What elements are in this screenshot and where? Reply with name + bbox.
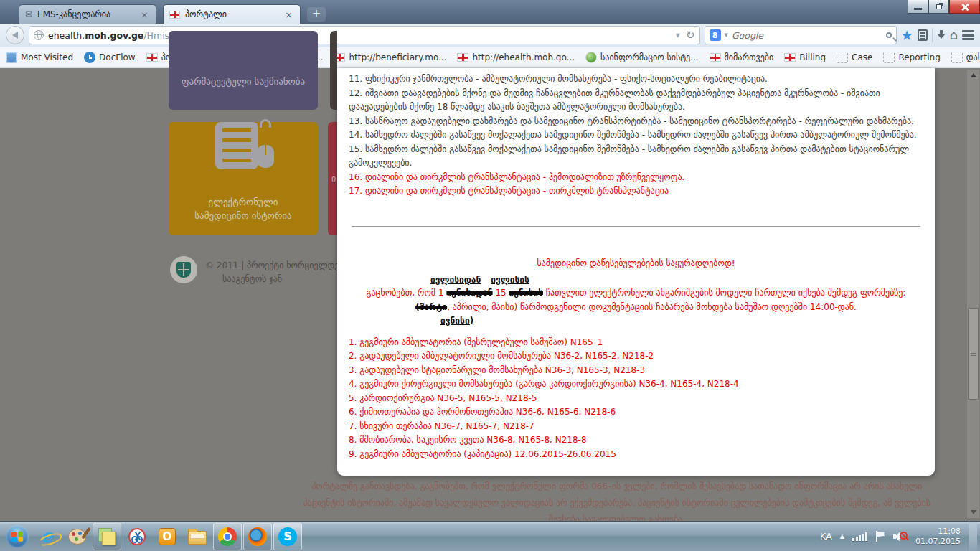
taskbar-paint-button[interactable] bbox=[62, 523, 91, 550]
tile-pharmacy[interactable]: ფარმაცევტული საქმიანობა bbox=[169, 31, 318, 110]
show-desktop-button[interactable] bbox=[969, 522, 977, 551]
taskbar-clock[interactable]: 11:08 01.07.2015 bbox=[915, 527, 961, 547]
tile-partial-dark[interactable] bbox=[330, 31, 337, 110]
snipping-tool-icon bbox=[128, 528, 146, 545]
menu-icon[interactable] bbox=[962, 30, 974, 40]
tab-portal[interactable]: პორტალი × bbox=[163, 4, 301, 24]
bookmark-star-icon[interactable]: ★ bbox=[901, 27, 913, 43]
bookmark-infosystem[interactable]: საინფორმაციო სისტე... bbox=[585, 52, 699, 63]
agency-logo bbox=[170, 256, 197, 283]
outlook-icon: O bbox=[159, 528, 176, 545]
bookmark-most-visited[interactable]: Most Visited bbox=[6, 52, 73, 63]
close-icon bbox=[961, 3, 969, 11]
scroll-up-arrow[interactable] bbox=[967, 70, 979, 81]
page-scrollbar[interactable] bbox=[967, 70, 979, 518]
notice-paragraph: გაცნობებთ, რომ 1 ივნისიდან 15 ივნისის ჩა… bbox=[349, 286, 923, 314]
georgia-flag-icon bbox=[457, 53, 468, 62]
bookmarks-bar: Most Visited DocFlow პორტალი სოციალური მ… bbox=[0, 47, 980, 68]
engine-dropdown-icon[interactable]: ▼ bbox=[725, 32, 728, 38]
taskbar-sticky-notes-button[interactable] bbox=[93, 523, 121, 550]
program-list: 11. ფსიქიკური ჯანმრთელობა - ამბულატორიულ… bbox=[349, 72, 923, 199]
browser-titlebar: ✉ EMS-კანცელარია × პორტალი × + bbox=[0, 0, 980, 24]
reload-icon[interactable]: ↻ bbox=[686, 29, 695, 42]
back-arrow-icon bbox=[12, 32, 18, 39]
internet-explorer-icon: e bbox=[41, 528, 53, 545]
tile-label: ელექტრონული სამედიცინო ისტორია bbox=[182, 195, 304, 222]
list-item: 14. სამხედრო ძალებში გასაწვევ მოქალაქეთა… bbox=[349, 128, 923, 143]
list-item: 7. სხივური თერაპია N36-7, N165-7, N218-7 bbox=[349, 420, 923, 434]
search-bar[interactable]: 8 ▼ bbox=[705, 26, 897, 44]
bookmark-attendance[interactable]: დასწრების კონტრო... bbox=[951, 52, 980, 63]
struck-text: (მარტი bbox=[415, 302, 447, 312]
scrollbar-thumb[interactable] bbox=[968, 308, 979, 400]
list-item: 15. სამხედრო ძალებში გასაწვევ მოქალაქეთა… bbox=[349, 143, 923, 171]
form-list: 1. გეგმიური ამბულატორია (შესრულებული სამ… bbox=[349, 336, 923, 462]
georgia-flag-icon bbox=[169, 11, 180, 19]
back-button[interactable] bbox=[6, 26, 24, 44]
skype-icon: S bbox=[278, 527, 297, 546]
home-icon[interactable]: ⌂ bbox=[950, 30, 958, 40]
taskbar-outlook-button[interactable]: O bbox=[153, 523, 182, 550]
search-icon[interactable] bbox=[886, 32, 892, 38]
downloads-icon[interactable] bbox=[937, 30, 946, 40]
paint-icon bbox=[68, 529, 86, 545]
network-icon[interactable] bbox=[852, 532, 867, 541]
volume-muted-icon[interactable] bbox=[893, 530, 908, 543]
correction-inserts: ივლისიდანივლისის bbox=[430, 275, 923, 285]
tile-ehr[interactable]: ელექტრონული სამედიცინო ისტორია bbox=[169, 122, 318, 235]
taskbar: e O S KA ▲ 11:08 01.07.2015 bbox=[0, 521, 980, 551]
tray-date: 01.07.2015 bbox=[915, 537, 961, 547]
search-input[interactable] bbox=[732, 30, 882, 41]
page-viewport: ფარმაცევტული საქმიანობა ელექტრონული სამე… bbox=[0, 68, 980, 521]
green-globe-icon bbox=[585, 52, 597, 63]
close-button[interactable] bbox=[949, 0, 980, 14]
new-tab-button[interactable]: + bbox=[307, 7, 326, 22]
bookmark-case[interactable]: Case bbox=[837, 52, 872, 63]
scroll-down-arrow[interactable] bbox=[967, 507, 979, 518]
bookmark-docflow[interactable]: DocFlow bbox=[84, 52, 136, 63]
tab-label: EMS-კანცელარია bbox=[37, 9, 134, 19]
taskbar-firefox-button[interactable] bbox=[243, 523, 272, 550]
minimize-button[interactable] bbox=[908, 0, 928, 14]
action-center-icon[interactable] bbox=[875, 531, 885, 542]
taskbar-chrome-button[interactable] bbox=[213, 523, 242, 550]
bookmark-billing[interactable]: Billing bbox=[784, 52, 826, 62]
list-item: 5. კარდიოქირურგია N36-5, N165-5, N218-5 bbox=[349, 392, 923, 406]
taskbar-skype-button[interactable]: S bbox=[273, 523, 302, 550]
list-item: 13. სასწრაფო გადაუდებელი დახმარება და სა… bbox=[349, 115, 923, 129]
georgia-flag-icon bbox=[146, 53, 158, 62]
tray-expand-icon[interactable]: ▲ bbox=[840, 533, 844, 540]
list-item: 6. ქიმიოთერაპია და ჰორმონოთერაპია N36-6,… bbox=[349, 405, 923, 420]
bookmark-beneficiary[interactable]: http://beneficiary.mo... bbox=[334, 52, 446, 62]
bookmark-referrals[interactable]: მიმართვები bbox=[710, 52, 774, 62]
placeholder-icon bbox=[837, 52, 848, 63]
struck-text: ივნისიდან bbox=[446, 288, 492, 298]
tab-close-icon[interactable]: × bbox=[283, 9, 294, 20]
correction-insert-below: ივნისი) bbox=[440, 314, 923, 327]
bookmarks-list-icon[interactable] bbox=[918, 29, 928, 41]
divider bbox=[352, 226, 920, 227]
bookmark-ehealth[interactable]: http://ehealth.moh.go... bbox=[457, 52, 575, 62]
url-dropdown-icon[interactable]: ▼ bbox=[676, 32, 680, 39]
bookmark-reporting[interactable]: Reporting bbox=[883, 52, 940, 63]
minimize-icon bbox=[914, 8, 922, 10]
window-controls bbox=[908, 0, 980, 14]
tab-close-icon[interactable]: × bbox=[139, 9, 150, 20]
document-mouse-icon bbox=[211, 122, 275, 168]
envelope-icon: ✉ bbox=[25, 9, 32, 19]
start-button[interactable] bbox=[3, 522, 32, 551]
url-text: ehealth.moh.gov.ge/Hmis/Portal/Default.a… bbox=[48, 30, 672, 41]
most-visited-icon bbox=[6, 52, 17, 63]
georgia-flag-icon bbox=[784, 53, 796, 62]
language-indicator[interactable]: KA bbox=[820, 531, 832, 542]
google-engine-icon[interactable]: 8 bbox=[710, 29, 721, 41]
restore-button[interactable] bbox=[928, 0, 949, 14]
url-bar[interactable]: ehealth.moh.gov.ge/Hmis/Portal/Default.a… bbox=[29, 26, 700, 44]
taskbar-snipping-tool-button[interactable] bbox=[123, 523, 151, 550]
tile-partial-red[interactable]: ი bbox=[328, 122, 337, 235]
taskbar-ie-button[interactable]: e bbox=[32, 523, 61, 550]
struck-text: ივნისის bbox=[509, 288, 543, 298]
tab-ems[interactable]: ✉ EMS-კანცელარია × bbox=[19, 4, 156, 24]
tab-strip: ✉ EMS-კანცელარია × პორტალი × + bbox=[19, 4, 326, 24]
taskbar-explorer-button[interactable] bbox=[183, 523, 212, 550]
